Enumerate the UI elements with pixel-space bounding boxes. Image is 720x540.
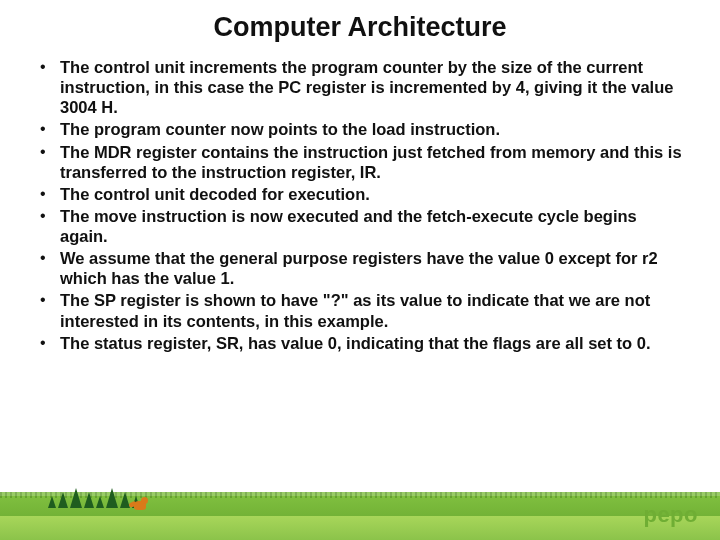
- list-item: The MDR register contains the instructio…: [36, 142, 684, 182]
- list-item: The control unit decoded for execution.: [36, 184, 684, 204]
- list-item: The status register, SR, has value 0, in…: [36, 333, 684, 353]
- list-item: The program counter now points to the lo…: [36, 119, 684, 139]
- brand-label: pepo: [643, 502, 698, 528]
- footer-scene: pepo: [0, 470, 720, 540]
- list-item: We assume that the general purpose regis…: [36, 248, 684, 288]
- trees-icon: [48, 488, 140, 508]
- list-item: The control unit increments the program …: [36, 57, 684, 117]
- bullet-list: The control unit increments the program …: [36, 57, 684, 353]
- list-item: The move instruction is now executed and…: [36, 206, 684, 246]
- content-area: The control unit increments the program …: [0, 51, 720, 353]
- list-item: The SP register is shown to have "?" as …: [36, 290, 684, 330]
- slide: Computer Architecture The control unit i…: [0, 0, 720, 540]
- grass-front: [0, 516, 720, 540]
- page-title: Computer Architecture: [0, 0, 720, 51]
- fox-icon: [132, 494, 150, 510]
